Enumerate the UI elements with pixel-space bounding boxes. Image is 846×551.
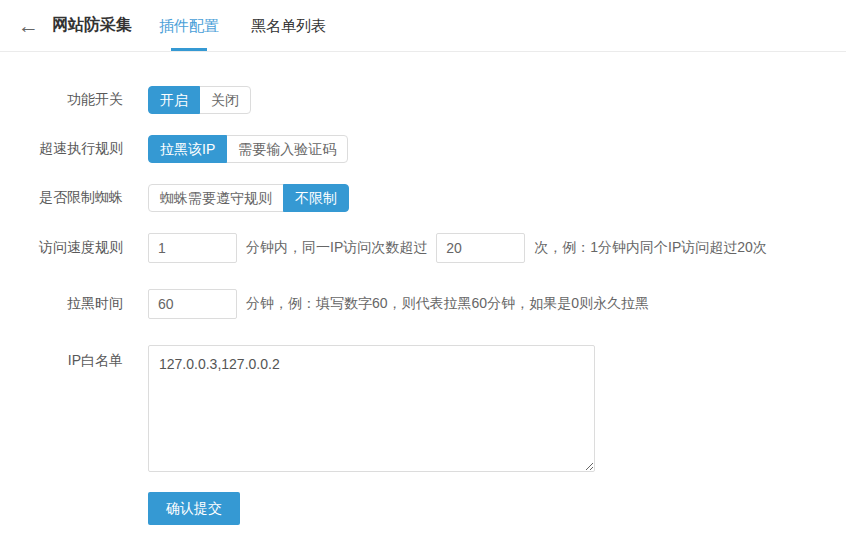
switch-on-button[interactable]: 开启 (148, 86, 200, 114)
tab-blacklist[interactable]: 黑名单列表 (251, 0, 326, 52)
anti-scrape-settings-form: 功能开关 开启 关闭 超速执行规则 拉黑该IP 需要输入验证码 是否限制蜘蛛 蜘… (0, 52, 846, 525)
speed-rule-example-text: 次，例：1分钟内同个IP访问超过20次 (534, 239, 767, 257)
label-limit-spider: 是否限制蜘蛛 (0, 189, 123, 207)
visit-count-input[interactable] (436, 233, 525, 263)
label-blacklist-time: 拉黑时间 (0, 295, 123, 313)
overspeed-captcha-button[interactable]: 需要输入验证码 (226, 135, 348, 163)
row-speed-rule: 访问速度规则 分钟内，同一IP访问次数超过 次，例：1分钟内同个IP访问超过20… (0, 233, 846, 263)
speed-rule-middle-text: 分钟内，同一IP访问次数超过 (246, 239, 427, 257)
row-blacklist-time: 拉黑时间 分钟，例：填写数字60，则代表拉黑60分钟，如果是0则永久拉黑 (0, 289, 846, 319)
function-switch-group: 开启 关闭 (148, 86, 251, 114)
label-overspeed-rule: 超速执行规则 (0, 140, 123, 158)
label-ip-whitelist: IP白名单 (0, 345, 123, 370)
submit-button[interactable]: 确认提交 (148, 492, 240, 525)
spider-obey-rules-button[interactable]: 蜘蛛需要遵守规则 (148, 184, 284, 212)
row-ip-whitelist: IP白名单 127.0.0.3,127.0.0.2 (0, 345, 846, 472)
ip-whitelist-textarea[interactable]: 127.0.0.3,127.0.0.2 (148, 345, 595, 472)
label-speed-rule: 访问速度规则 (0, 239, 123, 257)
tab-plugin-config[interactable]: 插件配置 (159, 0, 219, 52)
speed-minutes-input[interactable] (148, 233, 237, 263)
blacklist-minutes-input[interactable] (148, 289, 237, 319)
row-limit-spider: 是否限制蜘蛛 蜘蛛需要遵守规则 不限制 (0, 184, 846, 212)
blacklist-time-example-text: 分钟，例：填写数字60，则代表拉黑60分钟，如果是0则永久拉黑 (246, 295, 649, 313)
overspeed-blacklist-ip-button[interactable]: 拉黑该IP (148, 135, 227, 163)
limit-spider-group: 蜘蛛需要遵守规则 不限制 (148, 184, 349, 212)
label-function-switch: 功能开关 (0, 91, 123, 109)
page-title: 网站防采集 (52, 15, 132, 36)
header: ← 网站防采集 插件配置 黑名单列表 (0, 0, 846, 52)
switch-off-button[interactable]: 关闭 (199, 86, 251, 114)
back-arrow-icon[interactable]: ← (18, 15, 39, 36)
overspeed-rule-group: 拉黑该IP 需要输入验证码 (148, 135, 348, 163)
row-submit: 确认提交 (148, 492, 846, 525)
row-function-switch: 功能开关 开启 关闭 (0, 86, 846, 114)
row-overspeed-rule: 超速执行规则 拉黑该IP 需要输入验证码 (0, 135, 846, 163)
spider-no-limit-button[interactable]: 不限制 (283, 184, 349, 212)
